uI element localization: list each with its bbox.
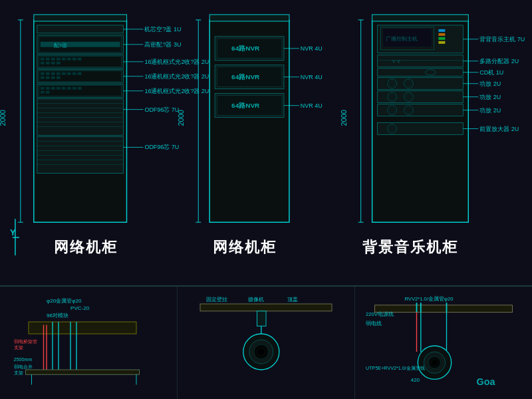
svg-text:顶盖: 顶盖 [287,297,298,303]
svg-text:Y: Y [10,227,16,237]
svg-rect-179 [257,311,267,327]
svg-text:功放  2U: 功放 2U [479,80,501,87]
svg-point-146 [406,108,412,113]
svg-text:NVR  4U: NVR 4U [301,74,323,80]
svg-rect-55 [57,87,61,90]
svg-rect-12 [37,35,124,54]
svg-rect-44 [41,76,45,79]
svg-rect-116 [438,41,445,44]
svg-point-137 [390,94,395,100]
svg-rect-83 [209,15,289,21]
bottom-section-tray: φ20金属管φ20 PVC-20 96对模块 [0,287,178,399]
svg-rect-103 [372,20,469,222]
svg-point-145 [404,106,414,115]
svg-rect-99 [217,96,282,116]
svg-text:φ20金属管φ20: φ20金属管φ20 [47,298,82,304]
svg-rect-104 [372,15,469,21]
svg-rect-43 [78,72,82,75]
svg-rect-175 [200,304,332,311]
svg-text:ODF96芯  7U: ODF96芯 7U [144,106,179,113]
main-container: Y 2000 机芯空?盖 1U 配?器 高密配?器 [0,0,532,399]
svg-text:弱电桥架管: 弱电桥架管 [14,338,37,344]
svg-rect-167 [26,370,140,374]
svg-text:固定壁挂: 固定壁挂 [206,297,227,303]
svg-rect-115 [438,37,445,40]
svg-rect-186 [375,305,513,313]
svg-text:配?器: 配?器 [54,43,67,49]
svg-text:PVC-20: PVC-20 [70,305,90,311]
svg-rect-160 [29,322,136,334]
svg-rect-73 [37,137,124,174]
svg-rect-9 [37,25,124,33]
svg-point-143 [388,106,397,115]
svg-text:64路NVR: 64路NVR [231,73,259,80]
svg-rect-3 [34,20,127,222]
svg-rect-88 [215,37,284,61]
svg-rect-26 [72,58,76,61]
svg-rect-61 [46,91,50,94]
svg-rect-23 [57,58,61,61]
svg-rect-41 [67,72,71,75]
svg-rect-94 [217,67,282,87]
svg-rect-13 [39,37,122,53]
svg-rect-22 [51,58,55,61]
svg-point-132 [406,81,412,86]
svg-rect-21 [46,58,50,61]
svg-text:NVR  4U: NVR 4U [301,102,323,109]
svg-rect-119 [378,55,464,67]
svg-point-130 [390,81,395,86]
svg-rect-35 [39,71,122,82]
svg-text:多路分配器  2U: 多路分配器 2U [479,58,519,65]
svg-rect-29 [46,62,50,65]
svg-text:机芯空?盖  1U: 机芯空?盖 1U [144,26,181,33]
svg-text:16通机框式光2收?器  2U: 16通机框式光2收?器 2U [144,88,209,94]
svg-point-198 [432,360,438,366]
svg-rect-50 [37,84,124,98]
svg-point-144 [390,108,395,113]
svg-rect-30 [51,62,55,65]
svg-rect-4 [34,15,127,21]
svg-rect-142 [378,104,464,116]
svg-text:2500mm: 2500mm [14,356,33,362]
svg-text:420: 420 [411,377,420,383]
svg-rect-125 [425,70,436,75]
svg-point-129 [388,79,397,88]
svg-text:弱电线: 弱电线 [366,321,382,327]
svg-text:16通机框式光2收?器  2U: 16通机框式光2收?器 2U [144,73,209,80]
svg-text:背背音乐主机  7U: 背背音乐主机 7U [479,36,525,43]
svg-rect-124 [378,68,464,76]
svg-text:NVR  4U: NVR 4U [301,45,323,52]
svg-rect-19 [39,57,122,67]
svg-text:高密配?器  3U: 高密配?器 3U [144,41,181,48]
svg-rect-39 [57,72,61,75]
svg-rect-38 [51,72,55,75]
svg-point-139 [406,94,412,100]
svg-rect-109 [378,25,464,53]
svg-rect-56 [62,87,66,90]
svg-rect-89 [217,39,282,59]
svg-rect-31 [57,62,61,65]
svg-point-138 [404,92,414,102]
svg-rect-110 [381,27,434,50]
svg-text:广播控制主机: 广播控制主机 [386,36,418,42]
svg-text:支架: 支架 [14,344,23,350]
svg-rect-54 [51,87,55,90]
svg-rect-52 [41,87,45,90]
svg-text:ODF96芯  7U: ODF96芯 7U [144,144,179,150]
drawing-area: Y 2000 机芯空?盖 1U 配?器 高密配?器 [0,0,532,286]
bottom-section-camera2: RVV2*1.0/金属管φ20 220V电源线 弱电线 [355,287,532,399]
svg-text:功放  2U: 功放 2U [479,107,501,114]
svg-rect-93 [215,65,284,89]
svg-rect-114 [438,33,445,36]
svg-rect-53 [46,87,50,90]
svg-text:前置放大器  2U: 前置放大器 2U [479,126,519,132]
svg-text:UTP5E+RVV2*1.0/金属管线: UTP5E+RVV2*1.0/金属管线 [366,365,425,371]
svg-text:64路NVR: 64路NVR [231,45,259,52]
svg-text:2000: 2000 [340,110,348,126]
svg-rect-36 [41,72,45,75]
svg-point-150 [388,124,397,134]
svg-text:64路NVR: 64路NVR [231,102,259,109]
svg-point-151 [390,126,395,132]
svg-rect-28 [41,62,45,65]
svg-rect-128 [378,78,464,90]
